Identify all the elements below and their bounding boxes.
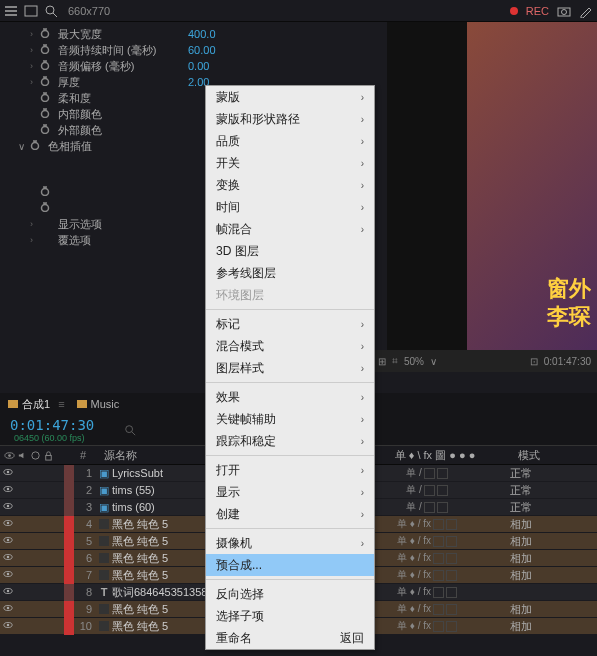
layer-label[interactable] (64, 567, 74, 584)
tab-comp[interactable]: 合成1≡ (8, 397, 65, 412)
visibility-toggle[interactable] (0, 620, 16, 632)
layer-mode[interactable]: 相加 (502, 534, 532, 549)
menu-show[interactable]: 显示› (206, 481, 374, 503)
menu-marker[interactable]: 标记› (206, 313, 374, 335)
layer-mode[interactable]: 正常 (502, 483, 532, 498)
context-menu: 蒙版› 蒙版和形状路径› 品质› 开关› 变换› 时间› 帧混合› 3D 图层 … (205, 85, 375, 650)
layer-label[interactable] (64, 550, 74, 567)
menu-layer-style[interactable]: 图层样式› (206, 357, 374, 379)
layer-mode[interactable]: 正常 (502, 500, 532, 515)
solo-icon (30, 450, 41, 461)
topbar: 660x770 REC (0, 0, 597, 22)
visibility-toggle[interactable] (0, 535, 16, 547)
menu-create[interactable]: 创建› (206, 503, 374, 525)
panel-icon[interactable] (24, 4, 38, 18)
menu-switches[interactable]: 开关› (206, 152, 374, 174)
layer-mode[interactable]: 相加 (502, 619, 532, 634)
layer-mode[interactable]: 相加 (502, 568, 532, 583)
visibility-toggle[interactable] (0, 467, 16, 479)
visibility-toggle[interactable] (0, 501, 16, 513)
menu-transform[interactable]: 变换› (206, 174, 374, 196)
menu-effect[interactable]: 效果› (206, 386, 374, 408)
search-input[interactable]: 660x770 (68, 5, 110, 17)
visibility-toggle[interactable] (0, 484, 16, 496)
menu-mask[interactable]: 蒙版› (206, 86, 374, 108)
layer-label[interactable] (64, 499, 74, 516)
layer-label[interactable] (64, 584, 74, 601)
svg-point-26 (7, 522, 10, 525)
menu-guide-layer[interactable]: 参考线图层 (206, 262, 374, 284)
search-icon[interactable] (44, 4, 58, 18)
solid-icon (96, 536, 112, 546)
layer-num: 8 (74, 586, 96, 598)
menu-mask-shape[interactable]: 蒙版和形状路径› (206, 108, 374, 130)
visibility-toggle[interactable] (0, 552, 16, 564)
comp-icon: ▣ (96, 484, 112, 497)
col-mode[interactable]: 模式 (510, 448, 540, 463)
layer-label[interactable] (64, 516, 74, 533)
layer-label[interactable] (64, 601, 74, 618)
layer-mode[interactable]: 相加 (502, 551, 532, 566)
svg-point-8 (42, 95, 49, 102)
visibility-toggle[interactable] (0, 603, 16, 615)
layer-mode[interactable]: 正常 (502, 466, 532, 481)
layer-num: 4 (74, 518, 96, 530)
svg-point-5 (42, 47, 49, 54)
svg-point-7 (42, 79, 49, 86)
menu-invert-selection[interactable]: 反向选择 (206, 583, 374, 605)
svg-point-4 (42, 31, 49, 38)
visibility-toggle[interactable] (0, 586, 16, 598)
menu-frame-blend[interactable]: 帧混合› (206, 218, 374, 240)
svg-point-24 (7, 505, 10, 508)
menu-precompose[interactable]: 预合成... (206, 554, 374, 576)
camera-icon[interactable] (557, 4, 571, 18)
comp-icon: ▣ (96, 501, 112, 514)
solid-icon (96, 621, 112, 631)
svg-rect-18 (46, 455, 52, 460)
svg-point-10 (42, 127, 49, 134)
svg-point-6 (42, 63, 49, 70)
svg-point-28 (7, 539, 10, 542)
layer-label[interactable] (64, 465, 74, 482)
menu-select-children[interactable]: 选择子项 (206, 605, 374, 627)
tab-music[interactable]: Music (77, 398, 120, 410)
menu-open[interactable]: 打开› (206, 459, 374, 481)
preview-controls[interactable]: ▢⊞⌗50%∨ ⊡0:01:47:30 (357, 350, 597, 372)
layer-mode[interactable]: 相加 (502, 517, 532, 532)
preview-image: 窗外 李琛 (467, 22, 597, 372)
svg-point-12 (42, 189, 49, 196)
svg-point-20 (7, 471, 10, 474)
layer-num: 6 (74, 552, 96, 564)
layer-mode[interactable]: 相加 (502, 602, 532, 617)
menu-rename[interactable]: 重命名返回 (206, 627, 374, 649)
layer-label[interactable] (64, 482, 74, 499)
svg-point-38 (7, 624, 10, 627)
svg-point-11 (32, 143, 39, 150)
menu-camera[interactable]: 摄像机› (206, 532, 374, 554)
rec-label[interactable]: REC (526, 5, 549, 17)
layer-num: 1 (74, 467, 96, 479)
text-icon: T (96, 586, 112, 598)
menu-blend-mode[interactable]: 混合模式› (206, 335, 374, 357)
menu-time[interactable]: 时间› (206, 196, 374, 218)
layer-num: 3 (74, 501, 96, 513)
svg-point-22 (7, 488, 10, 491)
menu-quality[interactable]: 品质› (206, 130, 374, 152)
eye-icon (4, 450, 15, 461)
visibility-toggle[interactable] (0, 569, 16, 581)
fps-label: 06450 (60.00 fps) (14, 433, 94, 443)
search-icon[interactable] (124, 424, 136, 436)
menu-keyframe-assist[interactable]: 关键帧辅助› (206, 408, 374, 430)
timecode[interactable]: 0:01:47:30 (10, 417, 94, 433)
visibility-toggle[interactable] (0, 518, 16, 530)
edit-icon[interactable] (579, 4, 593, 18)
menu-3d-layer[interactable]: 3D 图层 (206, 240, 374, 262)
svg-point-14 (126, 426, 133, 433)
subtitle-text: 窗外 李琛 (547, 275, 591, 332)
menu-track-stabilize[interactable]: 跟踪和稳定› (206, 430, 374, 452)
layer-label[interactable] (64, 618, 74, 635)
layer-num: 5 (74, 535, 96, 547)
layer-label[interactable] (64, 533, 74, 550)
menu-icon[interactable] (4, 4, 18, 18)
svg-point-1 (46, 6, 54, 14)
